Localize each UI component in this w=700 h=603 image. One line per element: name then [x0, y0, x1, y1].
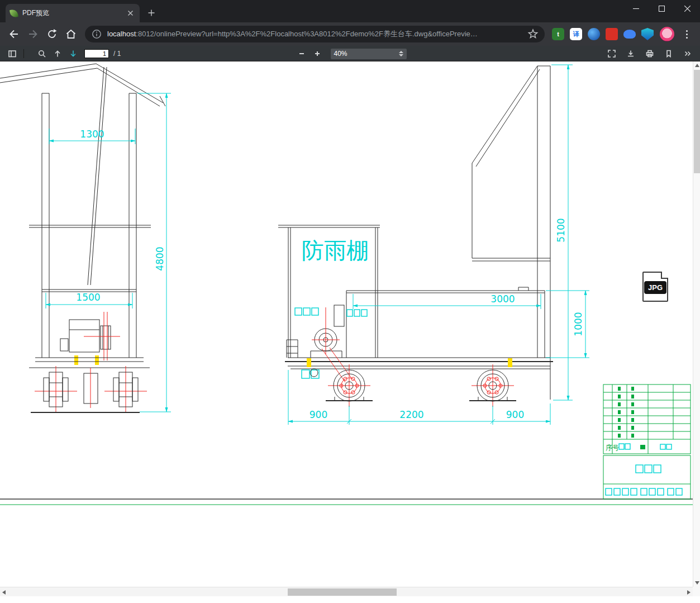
- title-block-bottom-marks: [606, 488, 682, 495]
- url-path: :8012/onlinePreview?url=http%3A%2F%2Floc…: [136, 30, 477, 38]
- dimension-1500: 1500: [46, 292, 132, 308]
- home-icon[interactable]: [63, 26, 79, 42]
- dim-label-3000: 3000: [491, 293, 515, 305]
- zoom-in-icon[interactable]: [309, 47, 325, 60]
- extension-icon-3[interactable]: [588, 28, 600, 40]
- extension-icon-5[interactable]: [623, 30, 636, 39]
- sheet-border-lines: [0, 499, 693, 505]
- page-fold-icon: [661, 272, 668, 279]
- maximize-button[interactable]: [649, 0, 674, 17]
- dimension-1300: 1300: [49, 129, 135, 144]
- vertical-scrollbar[interactable]: [693, 61, 700, 587]
- cad-drawing-page: 1300 4800 1500 防雨棚: [0, 61, 693, 587]
- browser-menu-icon[interactable]: [680, 27, 693, 41]
- navigation-bar: localhost:8012/onlinePreview?url=http%3A…: [0, 22, 700, 46]
- tab-title: PDF预览: [22, 8, 125, 18]
- extension-icon-2[interactable]: 译: [570, 28, 582, 40]
- zoom-level-select[interactable]: 40%: [331, 49, 407, 59]
- extension-icon-1[interactable]: t: [552, 28, 564, 40]
- extension-icon-4[interactable]: [606, 28, 618, 40]
- scroll-down-arrow[interactable]: [695, 581, 699, 585]
- title-block: 序号: [603, 384, 691, 499]
- bookmark-icon[interactable]: [661, 47, 677, 60]
- next-page-icon[interactable]: [65, 47, 81, 60]
- side-view: 防雨棚: [278, 65, 589, 425]
- dim-label-900-right: 900: [506, 409, 524, 420]
- more-tools-icon[interactable]: [680, 47, 696, 60]
- horizontal-scrollbar[interactable]: [0, 587, 693, 596]
- new-tab-button[interactable]: [144, 6, 159, 20]
- toolbar-divider: [23, 49, 24, 58]
- dim-label-1000: 1000: [573, 312, 584, 336]
- scroll-up-arrow[interactable]: [695, 64, 699, 67]
- url-host: localhost: [107, 30, 136, 38]
- window-controls: [623, 0, 700, 17]
- minimize-button[interactable]: [623, 0, 649, 17]
- scroll-left-arrow[interactable]: [2, 590, 6, 595]
- print-icon[interactable]: [642, 47, 658, 60]
- sidebar-toggle-icon[interactable]: [4, 47, 20, 60]
- scroll-right-arrow[interactable]: [687, 590, 691, 595]
- back-icon[interactable]: [6, 26, 22, 42]
- extension-icon-6[interactable]: [641, 28, 654, 40]
- jpg-file-icon: JPG: [642, 272, 668, 302]
- dim-label-900-left: 900: [309, 409, 327, 420]
- title-block-seq-label: 序号: [606, 444, 619, 452]
- zoom-value: 40%: [334, 50, 399, 58]
- title-block-row-marks: [618, 387, 634, 438]
- download-icon[interactable]: [623, 47, 639, 60]
- profile-avatar[interactable]: [660, 27, 674, 41]
- pdf-toolbar: / 1 40%: [0, 46, 700, 61]
- horizontal-scrollbar-thumb[interactable]: [288, 588, 397, 596]
- dimension-5100: 5100: [551, 65, 573, 400]
- address-bar[interactable]: localhost:8012/onlinePreview?url=http%3A…: [85, 26, 545, 42]
- tab-close-icon[interactable]: [125, 8, 135, 18]
- jpg-label: JPG: [644, 281, 666, 294]
- dim-label-2200: 2200: [399, 409, 423, 420]
- dimension-1000: 1000: [546, 291, 589, 358]
- wheel-right: [469, 364, 516, 407]
- leaf-favicon-icon: [9, 9, 18, 18]
- page-number-input[interactable]: [84, 49, 109, 58]
- zoom-controls: 40%: [294, 46, 407, 61]
- dim-label-5100: 5100: [555, 218, 566, 242]
- zoom-out-icon[interactable]: [294, 47, 309, 60]
- select-arrows-icon: [399, 51, 403, 56]
- forward-icon[interactable]: [25, 26, 41, 42]
- title-bar: PDF预览: [0, 0, 700, 22]
- search-icon[interactable]: [34, 47, 50, 60]
- vertical-scrollbar-thumb[interactable]: [694, 70, 700, 173]
- dim-label-1300: 1300: [80, 129, 104, 140]
- pdf-toolbar-right: [601, 47, 696, 60]
- dimension-4800: 4800: [137, 93, 171, 412]
- wheel-left: [326, 364, 373, 407]
- browser-window: PDF预览: [0, 0, 700, 603]
- close-window-button[interactable]: [674, 0, 700, 17]
- dimension-bottom-row: 900 2200 900: [288, 370, 550, 425]
- rain-shelter-label: 防雨棚: [302, 238, 369, 263]
- presentation-mode-icon[interactable]: [604, 47, 620, 60]
- dim-label-1500: 1500: [76, 292, 100, 303]
- scrollbar-corner: [693, 587, 700, 596]
- previous-page-icon[interactable]: [50, 47, 65, 60]
- pdf-viewer-area: 1300 4800 1500 防雨棚: [0, 61, 700, 603]
- page-info-icon[interactable]: [91, 28, 103, 40]
- bookmark-star-icon[interactable]: [527, 28, 539, 40]
- dimension-3000: 3000: [353, 293, 541, 309]
- browser-tab[interactable]: PDF预览: [6, 4, 140, 22]
- dim-label-4800: 4800: [154, 246, 165, 270]
- front-view: 1300 4800 1500: [0, 64, 171, 412]
- url-text[interactable]: localhost:8012/onlinePreview?url=http%3A…: [107, 29, 522, 39]
- page-count-label: / 1: [113, 50, 121, 58]
- reload-icon[interactable]: [44, 26, 60, 42]
